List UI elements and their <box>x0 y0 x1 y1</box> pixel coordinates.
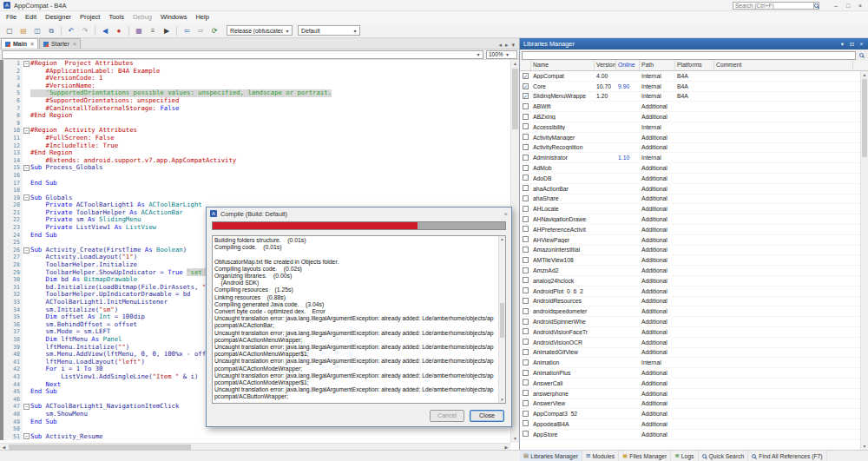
library-checkbox[interactable] <box>523 144 529 150</box>
search-button[interactable] <box>814 2 819 10</box>
library-checkbox[interactable] <box>523 236 529 242</box>
save-icon[interactable]: ◫ <box>31 25 43 36</box>
library-checkbox[interactable]: ✓ <box>523 83 529 89</box>
close-dialog-icon[interactable]: × <box>503 210 508 218</box>
library-row[interactable]: AnimationPlusAdditional <box>520 368 860 379</box>
library-row[interactable]: AdMobAdditional <box>520 163 860 174</box>
library-row[interactable]: analog24hclockAdditional <box>520 276 860 286</box>
code-line[interactable]: 51−Sub Activity_Resume <box>0 433 510 441</box>
save-all-icon[interactable]: ⧉ <box>45 25 57 36</box>
undo-icon[interactable]: ↶ <box>65 25 77 36</box>
run-icon[interactable]: ▶ <box>161 25 173 36</box>
library-checkbox[interactable] <box>523 216 529 222</box>
fold-marker-icon[interactable]: − <box>23 247 30 254</box>
library-checkbox[interactable] <box>523 123 529 129</box>
close-tab-icon[interactable]: × <box>30 41 34 47</box>
tab-list-icon[interactable]: ▾ <box>510 42 516 49</box>
library-row[interactable]: ahaActionBarAdditional <box>520 184 860 194</box>
library-checkbox[interactable] <box>523 195 529 201</box>
designer-icon[interactable]: ▦ <box>133 25 145 36</box>
column-header-version[interactable]: Version <box>595 61 616 70</box>
library-filter-input[interactable] <box>522 51 856 60</box>
bottom-tab-files-manager[interactable]: ▣Files Manager <box>619 451 671 461</box>
library-row[interactable]: AmazonInterstitialAdditional <box>520 246 860 256</box>
bottom-tab-quick-search[interactable]: Quick Search <box>699 451 749 461</box>
scroll-tabs-left-icon[interactable]: ◂ <box>496 42 503 49</box>
library-row[interactable]: AMTileView108Additional <box>520 255 860 266</box>
menu-item-windows[interactable]: Windows <box>156 11 191 23</box>
bottom-tab-find-all-references-f7-[interactable]: Find All References (F7) <box>748 451 826 461</box>
library-checkbox[interactable] <box>523 298 529 304</box>
library-checkbox[interactable] <box>523 359 529 366</box>
library-row[interactable]: AndroidSpinnerWheAdditional <box>520 317 860 327</box>
window-position-icon[interactable]: ▾ <box>838 41 847 48</box>
library-row[interactable]: ✓AppCompat4.00InternalB4A <box>520 71 860 82</box>
library-row[interactable]: ABWifiAdditional <box>520 102 860 112</box>
library-checkbox[interactable] <box>523 308 529 314</box>
library-row[interactable]: AndroidVisionFaceTrAdditional <box>520 327 860 338</box>
layout-variant-select[interactable]: Default ▾ <box>298 25 360 36</box>
library-row[interactable]: ActivityManagerAdditional <box>520 133 860 143</box>
bottom-tab-modules[interactable]: ⊞Modules <box>582 451 619 461</box>
library-row[interactable]: AndroidVisionOCRAdditional <box>520 338 860 348</box>
scroll-down-icon[interactable]: ▼ <box>861 443 868 450</box>
scroll-up-icon[interactable]: ▲ <box>499 236 505 242</box>
prev-position-icon[interactable]: ⇦ <box>181 25 193 36</box>
panel-vertical-scrollbar[interactable]: ▲ ▼ <box>860 71 868 450</box>
fold-marker-icon[interactable]: − <box>23 127 30 135</box>
close-panel-icon[interactable]: × <box>857 41 866 48</box>
code-line[interactable]: 8#End Region <box>0 112 510 120</box>
column-header-path[interactable]: Path <box>640 61 675 70</box>
library-row[interactable]: AnimatedGifViewAdditional <box>520 348 860 359</box>
close-compile-button[interactable]: Close <box>470 410 504 422</box>
library-checkbox[interactable] <box>523 349 529 355</box>
library-checkbox[interactable] <box>523 370 529 376</box>
library-checkbox[interactable] <box>523 257 529 263</box>
scroll-down-icon[interactable]: ▼ <box>511 435 519 443</box>
navigate-back-icon[interactable]: ◀ <box>99 25 111 36</box>
library-row[interactable]: AppStoreAdditional <box>520 430 860 440</box>
library-checkbox[interactable] <box>523 420 529 426</box>
library-row[interactable]: answerphoneAdditional <box>520 389 860 399</box>
column-header-name[interactable]: Name <box>531 61 595 70</box>
library-row[interactable]: AndroidResourcesAdditional <box>520 297 860 307</box>
scroll-up-icon[interactable]: ▲ <box>861 71 868 78</box>
library-row[interactable]: ahaShareAdditional <box>520 194 860 205</box>
code-line[interactable]: 17End Sub <box>0 180 510 188</box>
library-row[interactable]: AppodealB4AAdditional <box>520 419 860 430</box>
recompile-icon[interactable]: ⟳ <box>208 25 220 36</box>
library-checkbox[interactable] <box>523 114 529 120</box>
bottom-tab-libraries-manager[interactable]: ▤Libraries Manager <box>520 451 582 461</box>
menu-item-designer[interactable]: Designer <box>41 11 76 23</box>
tab-main[interactable]: Main× <box>1 38 38 49</box>
library-checkbox[interactable] <box>523 431 529 437</box>
tab-starter[interactable]: Starter× <box>39 38 81 49</box>
library-checkbox[interactable] <box>523 328 529 334</box>
open-project-icon[interactable]: ▤ <box>17 25 30 36</box>
library-checkbox[interactable] <box>523 379 529 385</box>
library-row[interactable]: AnswerViewAdditional <box>520 399 860 410</box>
scroll-down-icon[interactable]: ▼ <box>499 397 505 403</box>
close-tab-icon[interactable]: × <box>73 41 76 47</box>
close-button[interactable]: × <box>854 0 866 11</box>
fold-marker-icon[interactable]: − <box>23 60 30 68</box>
library-checkbox[interactable] <box>523 247 529 253</box>
minimize-button[interactable]: – <box>830 0 842 11</box>
library-checkbox[interactable]: ✓ <box>523 73 529 79</box>
code-line[interactable]: 16 <box>0 172 510 180</box>
library-checkbox[interactable] <box>523 185 529 191</box>
library-row[interactable]: ✓Core10.709.90InternalB4A <box>520 82 860 92</box>
code-line[interactable]: 12 #IncludeTitle: True <box>0 142 510 150</box>
library-checkbox[interactable] <box>523 134 529 140</box>
scroll-up-icon[interactable]: ▲ <box>511 60 519 68</box>
library-checkbox[interactable] <box>523 206 529 212</box>
library-checkbox[interactable] <box>523 226 529 232</box>
library-checkbox[interactable] <box>523 277 529 283</box>
library-row[interactable]: AnswerCallAdditional <box>520 379 860 389</box>
library-row[interactable]: AppCompat3_52Additional <box>520 409 860 419</box>
column-header-platforms[interactable]: Platforms <box>675 61 714 70</box>
library-checkbox[interactable] <box>523 411 529 417</box>
library-row[interactable]: AndroidPlot_0_6_2Additional <box>520 286 860 297</box>
stop-icon[interactable]: ● <box>113 25 125 36</box>
fold-marker-icon[interactable]: − <box>23 433 30 441</box>
